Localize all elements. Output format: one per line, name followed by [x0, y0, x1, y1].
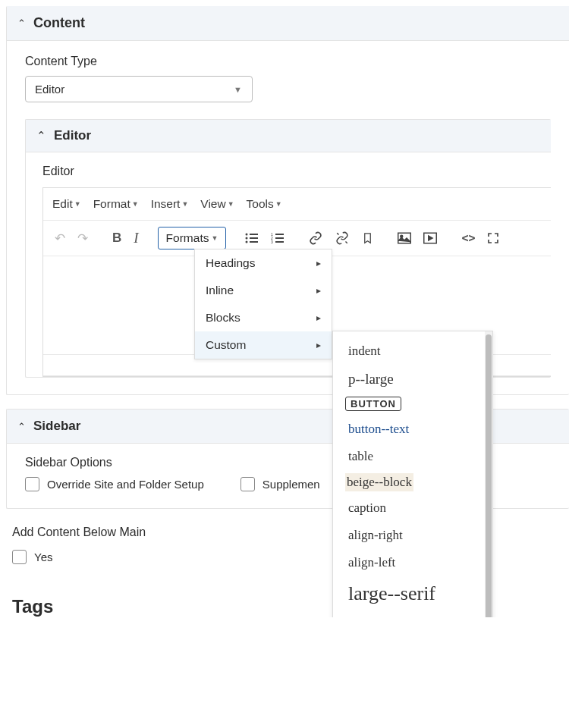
fmt-indent[interactable]: indent	[345, 337, 482, 365]
italic-icon[interactable]: I	[128, 225, 143, 251]
dd-blocks[interactable]: Blocks▸	[195, 304, 332, 331]
dd-headings[interactable]: Headings▸	[195, 249, 332, 277]
dd-inline[interactable]: Inline▸	[195, 277, 332, 304]
svg-rect-3	[250, 237, 258, 239]
arrow-right-icon: ▸	[316, 258, 321, 268]
content-header[interactable]: ⌃ Content	[7, 6, 569, 41]
chk-override-label: Override Site and Folder Setup	[47, 478, 204, 491]
fmt-p-large[interactable]: p--large	[345, 365, 482, 394]
fmt-beige-block[interactable]: beige--block	[345, 473, 413, 491]
editor-panel-title: Editor	[54, 128, 91, 143]
fmt-inline-image[interactable]: inline-image	[345, 611, 482, 617]
content-type-select[interactable]: Editor ▼	[25, 76, 253, 102]
checkbox-icon[interactable]	[240, 477, 255, 491]
content-title: Content	[33, 15, 85, 31]
svg-point-0	[246, 234, 248, 236]
fmt-table[interactable]: table	[345, 443, 482, 470]
svg-line-13	[346, 242, 347, 243]
link-icon[interactable]	[303, 227, 328, 249]
video-icon[interactable]	[418, 228, 442, 249]
formats-dropdown: Headings▸ Inline▸ Blocks▸ Custom▸	[194, 249, 332, 359]
chk-supplement[interactable]: Supplemen	[240, 477, 320, 491]
svg-rect-7	[275, 237, 284, 239]
checkbox-icon[interactable]	[12, 550, 27, 564]
chevron-up-icon: ⌃	[17, 421, 26, 432]
arrow-right-icon: ▸	[316, 285, 321, 296]
svg-text:3: 3	[271, 240, 273, 244]
editor-body: Editor Edit▼ Format▼ Insert▼ View▼ Tools…	[26, 152, 551, 377]
svg-point-2	[246, 237, 248, 240]
fmt-button-text[interactable]: button--text	[345, 416, 482, 443]
content-type-label: Content Type	[25, 55, 551, 68]
scrollbar-thumb[interactable]	[486, 334, 492, 617]
caret-down-icon: ▼	[181, 200, 188, 208]
menu-format[interactable]: Format▼	[89, 194, 143, 214]
formats-button[interactable]: Formats▼	[158, 227, 227, 249]
editor-panel: ⌃ Editor Editor Edit▼ Format▼ Insert▼ Vi…	[25, 119, 551, 378]
svg-rect-5	[250, 241, 258, 243]
editor-menubar: Edit▼ Format▼ Insert▼ View▼ Tools▼	[43, 188, 551, 221]
checkbox-icon[interactable]	[25, 477, 39, 491]
chk-supplement-label: Supplemen	[262, 478, 320, 491]
chevron-up-icon: ⌃	[36, 129, 46, 143]
code-icon[interactable]: <>	[456, 227, 480, 249]
redo-icon[interactable]: ↷	[72, 226, 93, 251]
caret-down-icon: ▼	[275, 200, 282, 208]
custom-submenu: indent p--large BUTTON button--text tabl…	[332, 331, 493, 617]
content-panel: ⌃ Content Content Type Editor ▼ ⌃ Editor…	[6, 6, 569, 395]
chk-yes-label: Yes	[34, 551, 52, 563]
fmt-caption[interactable]: caption	[345, 494, 482, 522]
svg-rect-6	[275, 234, 284, 235]
bookmark-icon[interactable]	[357, 227, 379, 249]
chevron-up-icon: ⌃	[17, 17, 26, 29]
unlink-icon[interactable]	[329, 227, 355, 249]
svg-rect-1	[250, 234, 258, 235]
custom-scroll: indent p--large BUTTON button--text tabl…	[333, 331, 485, 617]
bulleted-list-icon[interactable]	[240, 228, 264, 249]
fmt-large-serif[interactable]: large--serif	[345, 576, 482, 611]
svg-point-4	[246, 241, 248, 243]
editor-header[interactable]: ⌃ Editor	[26, 120, 551, 152]
editor-label: Editor	[42, 165, 551, 178]
caret-down-icon: ▼	[74, 200, 81, 208]
numbered-list-icon[interactable]: 123	[266, 228, 290, 249]
sidebar-title: Sidebar	[33, 419, 80, 434]
image-icon[interactable]	[392, 228, 417, 249]
content-type-value[interactable]: Editor	[25, 76, 253, 102]
dd-custom[interactable]: Custom▸	[195, 331, 332, 359]
undo-icon[interactable]: ↶	[49, 226, 71, 251]
bold-icon[interactable]: B	[107, 226, 127, 250]
fullscreen-icon[interactable]	[482, 228, 505, 249]
caret-down-icon: ▼	[228, 200, 234, 208]
chk-override[interactable]: Override Site and Folder Setup	[25, 477, 204, 491]
menu-tools[interactable]: Tools▼	[242, 194, 287, 214]
scrollbar[interactable]	[485, 331, 492, 617]
menu-view[interactable]: View▼	[196, 194, 238, 214]
svg-line-12	[338, 233, 339, 234]
arrow-right-icon: ▸	[316, 340, 321, 350]
fmt-align-left[interactable]: align-left	[345, 549, 482, 576]
menu-edit[interactable]: Edit▼	[48, 194, 86, 214]
arrow-right-icon: ▸	[316, 312, 321, 323]
menu-insert[interactable]: Insert▼	[146, 194, 193, 214]
fmt-button[interactable]: BUTTON	[345, 397, 401, 411]
caret-down-icon: ▼	[211, 234, 218, 242]
editor-box: Edit▼ Format▼ Insert▼ View▼ Tools▼ ↶ ↷ B…	[42, 187, 551, 377]
svg-rect-8	[275, 241, 284, 243]
content-body: Content Type Editor ▼ ⌃ Editor Editor Ed…	[7, 41, 569, 394]
caret-down-icon: ▼	[234, 85, 242, 94]
caret-down-icon: ▼	[132, 200, 139, 208]
fmt-align-right[interactable]: align-right	[345, 522, 482, 549]
